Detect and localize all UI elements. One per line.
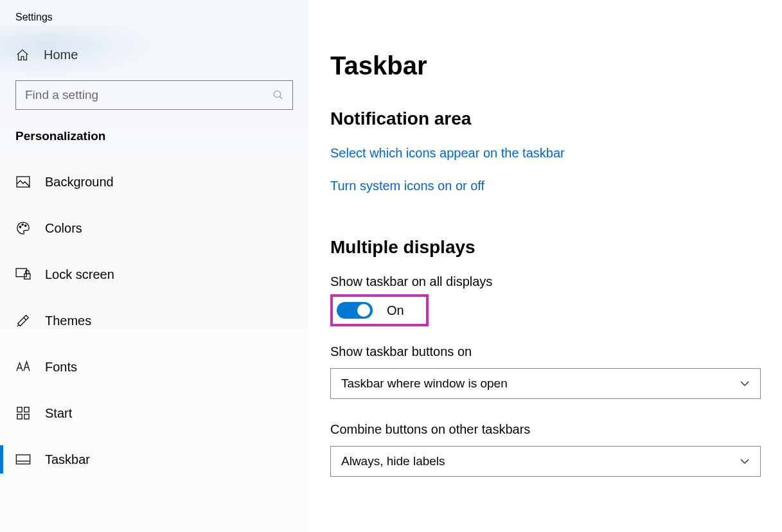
section-multiple-displays: Multiple displays (330, 237, 763, 258)
svg-rect-8 (24, 407, 29, 412)
sidebar-item-label: Themes (45, 314, 91, 328)
sidebar-item-label: Background (45, 175, 114, 190)
home-icon (15, 48, 30, 62)
sidebar-item-background[interactable]: Background (0, 159, 308, 205)
dropdown-show-buttons-on[interactable]: Taskbar where window is open (330, 368, 761, 399)
palette-icon (15, 221, 31, 235)
search-input[interactable] (15, 80, 293, 110)
sidebar-nav: Background Colors Lock screen Themes (0, 159, 308, 483)
svg-point-2 (19, 226, 21, 227)
sidebar-item-label: Fonts (45, 360, 77, 375)
dropdown-value: Taskbar where window is open (341, 377, 508, 391)
sidebar-item-fonts[interactable]: Fonts (0, 344, 308, 390)
svg-rect-9 (17, 414, 22, 419)
dropdown-combine-buttons[interactable]: Always, hide labels (330, 446, 761, 477)
sidebar-item-label: Lock screen (45, 267, 114, 282)
svg-point-3 (22, 224, 23, 225)
lock-screen-icon (15, 268, 31, 281)
svg-rect-11 (16, 455, 30, 464)
svg-point-0 (274, 91, 281, 98)
home-label: Home (44, 48, 78, 62)
chevron-down-icon (740, 458, 750, 465)
search-container (15, 80, 293, 110)
toggle-knob (357, 304, 370, 317)
svg-rect-10 (24, 414, 29, 419)
label-show-buttons-on: Show taskbar buttons on (330, 344, 763, 359)
image-icon (15, 176, 31, 188)
dropdown-value: Always, hide labels (341, 454, 445, 468)
section-notification-area: Notification area (330, 109, 763, 129)
sidebar-item-lock-screen[interactable]: Lock screen (0, 251, 308, 297)
sidebar-item-start[interactable]: Start (0, 390, 308, 436)
page-title: Taskbar (330, 51, 763, 80)
sidebar-item-taskbar[interactable]: Taskbar (0, 436, 308, 483)
sidebar: Settings Home Personalization Background (0, 0, 308, 532)
toggle-state-label: On (387, 303, 404, 318)
taskbar-icon (15, 454, 31, 465)
main-content: Taskbar Notification area Select which i… (308, 0, 782, 532)
sidebar-item-label: Taskbar (45, 452, 90, 467)
search-icon (272, 89, 284, 101)
sidebar-item-home[interactable]: Home (0, 35, 308, 80)
sidebar-item-themes[interactable]: Themes (0, 297, 308, 344)
svg-point-4 (24, 225, 26, 226)
label-combine-buttons: Combine buttons on other taskbars (330, 422, 763, 437)
svg-rect-7 (17, 407, 22, 412)
toggle-show-taskbar-all[interactable] (337, 302, 373, 319)
start-grid-icon (15, 407, 31, 420)
sidebar-item-label: Start (45, 406, 72, 421)
sidebar-item-colors[interactable]: Colors (0, 205, 308, 251)
link-system-icons[interactable]: Turn system icons on or off (330, 179, 763, 193)
chevron-down-icon (740, 380, 750, 387)
sidebar-category: Personalization (0, 129, 308, 159)
paintbrush-icon (15, 314, 31, 328)
font-icon (15, 360, 31, 373)
link-select-icons[interactable]: Select which icons appear on the taskbar (330, 146, 763, 161)
label-show-taskbar-all: Show taskbar on all displays (330, 274, 763, 289)
sidebar-item-label: Colors (45, 221, 82, 236)
app-title: Settings (0, 12, 308, 35)
highlight-annotation: On (330, 294, 429, 326)
